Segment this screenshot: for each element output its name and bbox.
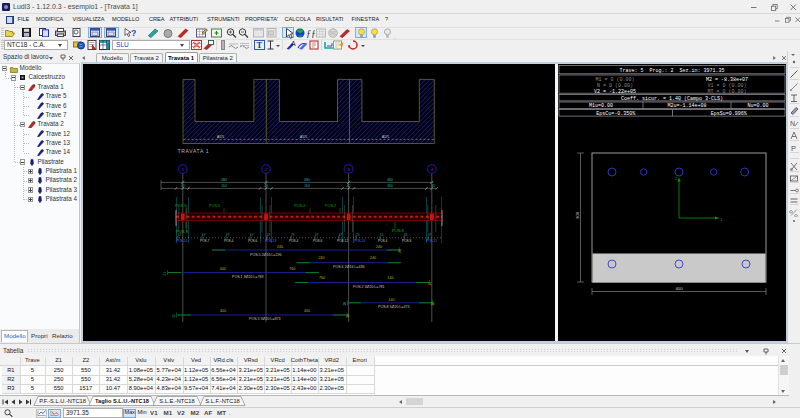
svg-text:EpsCu=-0.350%: EpsCu=-0.350% [596, 111, 635, 117]
svg-text:POS.4: POS.4 [294, 204, 305, 208]
svg-text:22: 22 [428, 282, 432, 286]
svg-text:Coeff. sicur. = 1.40 (Campo 3-: Coeff. sicur. = 1.40 (Campo 3-CLS) [621, 96, 723, 102]
svg-text:360: 360 [387, 184, 393, 188]
svg-text:46: 46 [404, 233, 408, 237]
svg-text:40: 40 [264, 184, 268, 188]
svg-text:POS.4: POS.4 [224, 239, 234, 243]
svg-text:T: T [256, 40, 262, 50]
svg-text:24: 24 [398, 249, 402, 253]
svg-text:40: 40 [181, 184, 185, 188]
svg-text:S.L.E.-NTC18: S.L.E.-NTC18 [159, 399, 194, 405]
svg-text:EpsSu=0.996%: EpsSu=0.996% [711, 111, 747, 117]
svg-text:POS.8: POS.8 [402, 239, 412, 243]
svg-text:A: A [291, 40, 296, 47]
svg-text:67: 67 [339, 233, 343, 237]
svg-text:29: 29 [356, 233, 360, 237]
svg-text:POS.4: POS.4 [378, 239, 388, 243]
svg-text:Nu=0.00: Nu=0.00 [747, 103, 768, 109]
svg-text:POS.6: POS.6 [248, 239, 258, 243]
svg-text:POS.8: POS.8 [392, 228, 405, 233]
svg-text:ƒƒ: ƒƒ [306, 28, 315, 38]
svg-text:POS.2 3Ø20 L=781: POS.2 3Ø20 L=781 [353, 285, 384, 289]
svg-text:164: 164 [221, 184, 227, 188]
svg-text:140: 140 [389, 298, 395, 302]
svg-text:POS.9: POS.9 [175, 204, 186, 208]
svg-text:M2u=-1.14e+08: M2u=-1.14e+08 [667, 103, 706, 109]
svg-text:POS.13: POS.13 [176, 239, 187, 243]
svg-text:760: 760 [289, 267, 295, 271]
svg-text:A57L: A57L [382, 135, 390, 139]
svg-text:18: 18 [267, 233, 271, 237]
svg-text:240: 240 [277, 245, 283, 249]
svg-text:400: 400 [220, 267, 226, 271]
svg-text:300: 300 [575, 211, 580, 219]
svg-text:67: 67 [250, 233, 254, 237]
svg-text:POS.6 2Ø16 L=436: POS.6 2Ø16 L=436 [333, 265, 364, 269]
svg-text:79: 79 [291, 233, 295, 237]
svg-text:480: 480 [221, 178, 227, 182]
svg-text:V2 = -1.22e+05: V2 = -1.22e+05 [594, 89, 636, 95]
svg-text:MT = 0 (0.00): MT = 0 (0.00) [707, 89, 746, 95]
svg-text:21: 21 [163, 272, 167, 276]
svg-text:140: 140 [388, 276, 394, 280]
svg-text:97: 97 [315, 233, 319, 237]
svg-text:400: 400 [220, 309, 226, 313]
svg-text:POS.7: POS.7 [200, 239, 210, 243]
svg-text:POS.2: POS.2 [325, 204, 336, 208]
svg-text:400: 400 [304, 309, 310, 313]
svg-text:10: 10 [380, 233, 384, 237]
svg-text:S.L.F.-NTC18: S.L.F.-NTC18 [205, 399, 239, 405]
svg-text:M1u=0.00: M1u=0.00 [589, 103, 613, 109]
svg-text:40: 40 [431, 184, 435, 188]
svg-text:240: 240 [370, 256, 376, 260]
svg-text:P.F.-S.L.U.-NTC18: P.F.-S.L.U.-NTC18 [39, 399, 86, 405]
svg-text:164: 164 [304, 184, 310, 188]
svg-text:57: 57 [178, 233, 182, 237]
svg-text:30: 30 [346, 314, 350, 318]
svg-text:POS.6: POS.6 [313, 239, 323, 243]
svg-text:A57L: A57L [217, 135, 225, 139]
svg-text:30: 30 [343, 302, 347, 306]
svg-text:POS.4: POS.4 [289, 239, 299, 243]
svg-text:Trave: 5 Prog.: 2 Sez.in: 39: Trave: 5 Prog.: 2 Sez.in: 3971.35 [619, 68, 724, 74]
svg-text:POS.8 5Ø20 L=473: POS.8 5Ø20 L=473 [378, 305, 409, 309]
svg-text:A57L: A57L [300, 135, 308, 139]
svg-text:POS.5 2Ø16 L=196: POS.5 2Ø16 L=196 [250, 253, 281, 257]
svg-text:67: 67 [202, 233, 206, 237]
svg-text:POS.10: POS.10 [354, 239, 365, 243]
svg-text:POS.11: POS.11 [426, 239, 437, 243]
svg-text:480: 480 [304, 178, 310, 182]
svg-text:P: P [791, 144, 796, 153]
svg-text:40: 40 [347, 184, 351, 188]
svg-text:240: 240 [319, 256, 325, 260]
svg-text:400: 400 [675, 286, 683, 291]
svg-text:N: N [790, 120, 795, 127]
svg-text:POS.5: POS.5 [209, 204, 220, 208]
svg-text:POS.1 3Ø20 L=783: POS.1 3Ø20 L=783 [232, 275, 263, 279]
svg-text:POS.13: POS.13 [265, 239, 276, 243]
svg-text:Taglio S.L.U.-NTC18: Taglio S.L.U.-NTC18 [95, 399, 149, 405]
svg-text:30: 30 [431, 302, 435, 306]
svg-text:760: 760 [319, 276, 325, 280]
svg-text:TRAVATA 1: TRAVATA 1 [178, 148, 210, 154]
svg-text:POS.12: POS.12 [337, 239, 348, 243]
svg-text:POS.3 3Ø20 L=873: POS.3 3Ø20 L=873 [249, 317, 280, 321]
svg-text:?: ? [131, 28, 136, 38]
svg-text:480: 480 [387, 178, 393, 182]
svg-text:97: 97 [428, 233, 432, 237]
svg-text:97: 97 [226, 233, 230, 237]
svg-text:240: 240 [376, 245, 382, 249]
svg-text:22: 22 [172, 314, 176, 318]
